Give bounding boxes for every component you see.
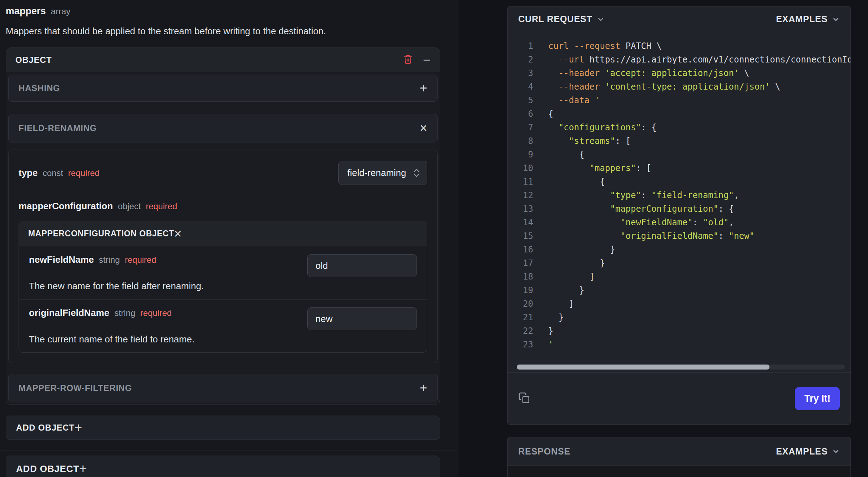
type-select[interactable]: field-renaming	[338, 161, 427, 185]
try-it-button[interactable]: Try It!	[795, 387, 840, 410]
response-body	[508, 466, 851, 477]
curl-panel-footer: Try It!	[508, 372, 851, 425]
close-mapper-configuration-button[interactable]: ×	[174, 227, 182, 240]
original-field-name-description: The current name of the field to rename.	[29, 333, 417, 345]
new-field-name-label: newFieldName	[29, 254, 94, 265]
close-field-renaming-button[interactable]: ×	[420, 122, 427, 135]
api-playground-panel: CURL REQUEST EXAMPLES 1curl --request PA…	[459, 0, 868, 477]
field-renaming-title: FIELD-RENAMING	[19, 123, 97, 133]
type-property-row: type const required field-renaming	[19, 161, 427, 185]
type-property-name: type	[19, 167, 37, 179]
copy-code-button[interactable]	[518, 392, 530, 405]
code-line: 16 }	[517, 243, 851, 256]
field-type: array	[51, 6, 71, 16]
field-renaming-section-row[interactable]: FIELD-RENAMING ×	[8, 114, 438, 142]
response-panel: RESPONSE EXAMPLES	[507, 437, 851, 477]
hashing-section-row[interactable]: HASHING +	[8, 75, 438, 102]
field-renaming-content: type const required field-renaming	[8, 150, 438, 363]
expand-mapper-row-filtering-button[interactable]: +	[420, 382, 427, 395]
code-line: 18 ]	[517, 270, 851, 283]
add-object-label: ADD OBJECT	[16, 423, 75, 433]
mapper-row-filtering-title: MAPPER-ROW-FILTERING	[19, 383, 132, 393]
original-field-name-label: originalFieldName	[29, 307, 109, 318]
code-line: 1curl --request PATCH \	[517, 39, 851, 53]
add-object-row[interactable]: ADD OBJECT +	[6, 416, 440, 440]
section-divider	[0, 451, 458, 451]
code-line: 9 {	[517, 148, 851, 161]
mapper-configuration-object-box: MAPPERCONFIGURATION OBJECT × newFieldNam…	[19, 221, 427, 353]
plus-icon: +	[75, 421, 82, 434]
horizontal-scrollbar-thumb[interactable]	[517, 365, 769, 370]
mapper-configuration-kind: object	[118, 201, 141, 211]
code-line: 8 "streams": [	[517, 134, 851, 148]
original-field-name-required-badge: required	[140, 308, 172, 318]
code-line: 11 {	[517, 175, 851, 189]
add-object-secondary-button[interactable]: +	[79, 462, 87, 475]
add-object-row-secondary[interactable]: ADD OBJECT +	[6, 456, 440, 477]
chevron-up-down-icon	[413, 167, 420, 178]
close-icon: ×	[420, 122, 427, 135]
chevron-down-icon	[832, 15, 840, 23]
type-select-value: field-renaming	[347, 167, 406, 179]
plus-icon: +	[79, 462, 87, 475]
mapper-configuration-label: mapperConfiguration object required	[19, 201, 427, 212]
new-field-name-kind: string	[99, 255, 120, 265]
code-line: 13 "mapperConfiguration": {	[517, 202, 851, 216]
field-name: mappers	[6, 5, 46, 17]
hashing-title: HASHING	[19, 83, 60, 93]
code-line: 14 "newFieldName": "old",	[517, 216, 851, 229]
code-line: 5 --data '	[517, 94, 851, 107]
code-line: 19 }	[517, 283, 851, 297]
code-line: 22}	[517, 324, 851, 338]
mapper-row-filtering-section-row[interactable]: MAPPER-ROW-FILTERING +	[8, 374, 438, 402]
delete-object-button[interactable]	[403, 54, 413, 65]
code-line: 6{	[517, 107, 851, 121]
code-line: 23'	[517, 338, 851, 351]
new-field-name-input[interactable]	[307, 254, 417, 277]
schema-form-panel: mappers array Mappers that should be app…	[0, 0, 458, 477]
mapper-configuration-required-badge: required	[146, 201, 177, 211]
chevron-down-icon	[597, 15, 605, 23]
object-title: OBJECT	[15, 55, 52, 65]
add-object-button[interactable]: +	[75, 421, 82, 434]
add-object-secondary-label: ADD OBJECT	[16, 463, 79, 475]
chevron-down-icon	[832, 447, 840, 455]
object-container: OBJECT −	[6, 47, 440, 405]
curl-examples-dropdown[interactable]: EXAMPLES	[776, 14, 840, 24]
code-line: 15 "originalFieldName": "new"	[517, 229, 851, 243]
horizontal-scrollbar[interactable]	[517, 365, 845, 370]
code-line: 10 "mappers": [	[517, 161, 851, 175]
original-field-name-row: originalFieldName string required The cu…	[19, 300, 427, 352]
response-panel-header: RESPONSE EXAMPLES	[508, 437, 851, 466]
new-field-name-row: newFieldName string required The new nam…	[19, 246, 427, 299]
code-line: 4 --header 'content-type: application/js…	[517, 80, 851, 94]
close-icon: ×	[174, 227, 182, 240]
code-line: 7 "configurations": {	[517, 121, 851, 134]
original-field-name-kind: string	[114, 308, 135, 318]
code-line: 20 ]	[517, 297, 851, 311]
copy-icon	[518, 392, 530, 405]
new-field-name-required-badge: required	[125, 255, 156, 265]
mappers-field-heading: mappers array	[6, 5, 440, 17]
object-header: OBJECT −	[6, 48, 440, 72]
response-examples-label: EXAMPLES	[776, 446, 828, 457]
curl-code-block: 1curl --request PATCH \2 --url https://a…	[508, 32, 851, 372]
collapse-object-button[interactable]: −	[423, 54, 430, 66]
response-examples-dropdown[interactable]: EXAMPLES	[776, 446, 840, 457]
trash-icon	[403, 54, 413, 65]
original-field-name-input[interactable]	[307, 307, 417, 330]
code-line: 3 --header 'accept: application/json' \	[517, 66, 851, 80]
mapper-configuration-name: mapperConfiguration	[19, 201, 113, 212]
code-line: 21 }	[517, 311, 851, 324]
mapper-configuration-object-title: MAPPERCONFIGURATION OBJECT	[28, 229, 174, 239]
type-required-badge: required	[68, 168, 100, 178]
field-description: Mappers that should be applied to the st…	[6, 25, 440, 37]
code-line: 17 }	[517, 256, 851, 270]
code-line: 2 --url https://api.airbyte.com/v1/conne…	[517, 53, 851, 66]
curl-request-dropdown[interactable]: CURL REQUEST	[518, 14, 605, 24]
plus-icon: +	[420, 382, 427, 395]
expand-hashing-button[interactable]: +	[420, 82, 427, 95]
type-property-kind: const	[42, 168, 63, 178]
curl-request-title: CURL REQUEST	[518, 14, 592, 24]
minus-icon: −	[423, 54, 430, 66]
